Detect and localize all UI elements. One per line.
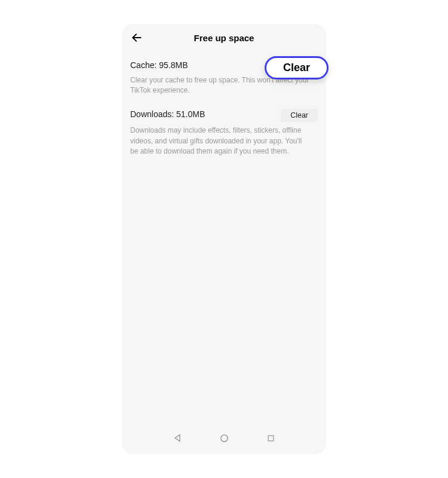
android-nav-bar — [122, 425, 326, 454]
cache-title: Cache: 95.8MB — [130, 60, 188, 72]
svg-point-2 — [220, 434, 227, 441]
downloads-section: Downloads: 51.0MB Clear Downloads may in… — [130, 109, 318, 157]
header-bar: Free up space — [122, 24, 326, 51]
phone-screen: Free up space Cache: 95.8MB Clear Clear … — [122, 24, 326, 454]
nav-home-icon[interactable] — [219, 433, 229, 443]
svg-marker-1 — [175, 435, 180, 442]
clear-downloads-button[interactable]: Clear — [281, 109, 318, 122]
nav-back-icon[interactable] — [172, 433, 183, 443]
back-arrow-icon[interactable] — [130, 31, 143, 44]
downloads-description: Downloads may include effects, filters, … — [130, 125, 309, 157]
cache-section: Cache: 95.8MB Clear Clear your cache to … — [130, 60, 318, 96]
page-title: Free up space — [194, 33, 254, 43]
clear-cache-button[interactable]: Clear — [265, 56, 329, 79]
downloads-title: Downloads: 51.0MB — [130, 109, 205, 121]
nav-recent-icon[interactable] — [265, 433, 276, 443]
svg-rect-3 — [268, 436, 274, 441]
content-area: Cache: 95.8MB Clear Clear your cache to … — [122, 51, 326, 425]
